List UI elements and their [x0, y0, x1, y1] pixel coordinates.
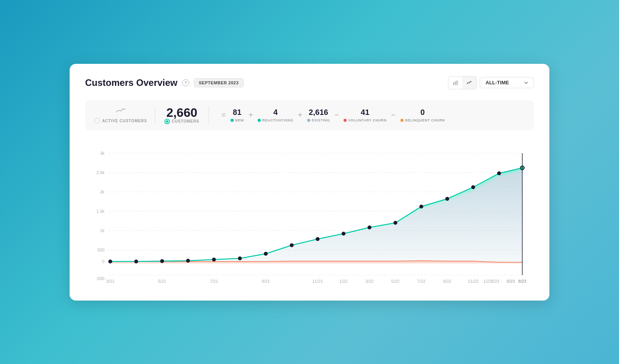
svg-text:9/21: 9/21: [262, 279, 270, 284]
data-point: [134, 260, 138, 263]
line-chart-view-button[interactable]: [462, 77, 476, 89]
data-point: [186, 259, 190, 263]
page-title: Customers Overview: [85, 77, 178, 88]
svg-text:9/23: 9/23: [518, 279, 526, 284]
header-right: ALL-TIME: [448, 76, 534, 89]
svg-text:3k: 3k: [100, 151, 104, 156]
help-icon[interactable]: ?: [182, 79, 189, 86]
formula-section: = 81 NEW + 4 REACTIVATIONS + 2,616: [209, 108, 525, 122]
data-point: [238, 256, 242, 260]
svg-text:11/22: 11/22: [468, 279, 479, 284]
active-radio: [94, 118, 100, 123]
svg-text:1/23: 1/23: [483, 279, 491, 284]
svg-text:11/21: 11/21: [312, 279, 323, 284]
view-toggle: [448, 76, 477, 89]
svg-text:5/22: 5/22: [391, 279, 399, 284]
equals-operator: =: [217, 111, 231, 120]
svg-text:0: 0: [102, 259, 104, 264]
svg-text:1k: 1k: [100, 228, 104, 233]
active-customers-label: ACTIVE CUSTOMERS: [94, 118, 147, 123]
data-point: [445, 197, 449, 201]
minus2-operator: −: [386, 111, 400, 120]
data-point: [108, 260, 112, 263]
chart-container: 3k 2.5k 2k 1.5k 1k 500 0 -500: [85, 140, 534, 287]
svg-text:3/21: 3/21: [106, 279, 114, 284]
chart-svg: 3k 2.5k 2k 1.5k 1k 500 0 -500: [85, 140, 534, 287]
svg-text:500: 500: [97, 248, 104, 252]
svg-rect-2: [457, 80, 458, 85]
chevron-down-icon: [524, 82, 528, 84]
customers-label: CUSTOMERS: [164, 119, 199, 124]
svg-text:7/23: 7/23: [506, 279, 515, 284]
data-point: [316, 237, 320, 241]
svg-text:7/22: 7/22: [417, 279, 425, 284]
time-range-dropdown[interactable]: ALL-TIME: [480, 77, 534, 88]
metrics-row: ACTIVE CUSTOMERS 2,660 CUSTOMERS = 81 NE…: [85, 100, 534, 130]
svg-text:3/22: 3/22: [365, 279, 373, 284]
reactivations-metric: 4 REACTIVATIONS: [258, 108, 293, 122]
new-metric: 81 NEW: [231, 108, 244, 122]
data-point: [419, 205, 423, 208]
data-point: [497, 171, 501, 175]
data-point: [264, 252, 268, 256]
svg-text:1.5k: 1.5k: [96, 209, 104, 214]
bar-chart-view-button[interactable]: [448, 77, 462, 89]
reactivations-dot: [258, 119, 261, 122]
plus1-operator: +: [244, 111, 258, 120]
header-left: Customers Overview ? SEPTEMBER 2023: [85, 77, 244, 88]
customers-radio: [164, 119, 170, 124]
existing-area: [110, 171, 522, 261]
svg-text:5/21: 5/21: [158, 279, 166, 284]
data-point: [342, 232, 345, 236]
data-point: [368, 226, 371, 229]
delinquent-dot: [400, 119, 404, 122]
header: Customers Overview ? SEPTEMBER 2023: [85, 76, 534, 89]
plus2-operator: +: [293, 111, 307, 120]
customers-value: 2,660: [166, 106, 197, 119]
main-card: Customers Overview ? SEPTEMBER 2023: [70, 64, 549, 301]
data-point: [471, 185, 475, 189]
minus1-operator: −: [330, 111, 344, 120]
svg-text:1/22: 1/22: [339, 279, 347, 284]
existing-metric: 2,616 EXISTING: [307, 108, 330, 122]
delinquent-churn-metric: 0 DELINQUENT CHURN: [400, 108, 445, 122]
svg-text:-500: -500: [96, 276, 104, 281]
trend-icon: [115, 107, 126, 116]
svg-rect-1: [455, 81, 456, 85]
svg-text:2.5k: 2.5k: [96, 170, 104, 175]
data-point: [212, 258, 216, 261]
data-point: [290, 243, 294, 247]
voluntary-dot: [344, 119, 347, 122]
svg-rect-0: [453, 82, 454, 85]
data-point: [160, 259, 164, 263]
svg-text:9/22: 9/22: [443, 279, 451, 284]
new-dot: [231, 119, 234, 122]
svg-text:3/23: 3/23: [491, 279, 499, 284]
data-point: [393, 221, 397, 225]
svg-text:2k: 2k: [100, 190, 104, 194]
active-customers-metric: ACTIVE CUSTOMERS: [94, 107, 155, 123]
existing-dot: [307, 119, 310, 122]
svg-text:7/21: 7/21: [210, 279, 218, 284]
date-badge: SEPTEMBER 2023: [194, 78, 244, 87]
customers-metric: 2,660 CUSTOMERS: [155, 106, 209, 124]
voluntary-churn-metric: 41 VOLUNTARY CHURN: [344, 108, 386, 122]
dropdown-label: ALL-TIME: [486, 80, 509, 85]
